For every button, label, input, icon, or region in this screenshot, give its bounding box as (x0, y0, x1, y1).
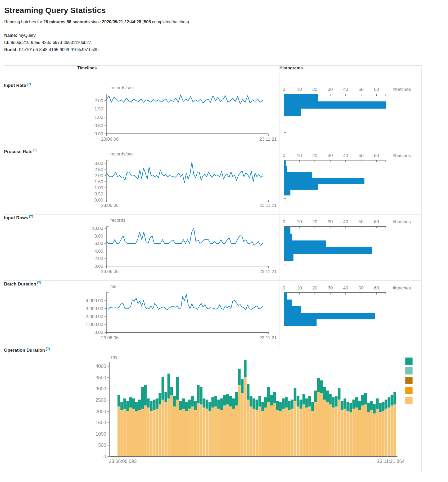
help-icon[interactable]: (?) (46, 347, 50, 351)
svg-text:40: 40 (343, 87, 348, 92)
svg-text:#batches: #batches (393, 87, 411, 92)
svg-text:40: 40 (343, 285, 348, 291)
table-header-row: Timelines Histograms (4, 66, 422, 82)
svg-text:2.00: 2.00 (94, 173, 103, 178)
process-rate-histogram-cell: 0102030405060#batches (279, 148, 422, 215)
header-empty-cell (4, 66, 77, 82)
svg-text:23:11:21: 23:11:21 (260, 335, 277, 340)
svg-text:23:11:21: 23:11:21 (260, 269, 277, 274)
stats-table: Timelines Histograms Input Rate(?) recor… (4, 65, 422, 472)
svg-text:30: 30 (328, 87, 333, 92)
query-id-label: Id: (4, 40, 10, 45)
help-icon[interactable]: (?) (33, 148, 37, 152)
svg-text:2,000.00: 2,000.00 (86, 314, 103, 319)
svg-text:23:06:06: 23:06:06 (101, 137, 119, 142)
svg-text:4000: 4000 (96, 364, 106, 369)
row-label-text: Process Rate (4, 149, 33, 154)
row-label-process-rate: Process Rate(?) (4, 148, 77, 215)
svg-text:10: 10 (297, 219, 302, 224)
query-runid-line: RunId:04e101e6-8bf8-4165-9099-9104c951ba… (4, 46, 448, 53)
process-rate-timeline-cell: records/sec0.000.501.001.502.002.503.002… (77, 148, 279, 215)
input-rate-histogram-chart: 0102030405060#batches (279, 82, 421, 148)
svg-text:1.00: 1.00 (94, 185, 103, 190)
svg-text:#batches: #batches (393, 153, 411, 158)
help-icon[interactable]: (?) (29, 215, 33, 218)
svg-text:30: 30 (328, 219, 333, 224)
legend-swatch (405, 367, 413, 374)
svg-text:40: 40 (343, 153, 348, 158)
summary-timestamp: 2020/05/21 22:44:28 (102, 20, 141, 24)
process-rate-timeline-chart: records/sec0.000.501.001.502.002.503.002… (77, 148, 279, 214)
svg-text:0.00: 0.00 (94, 198, 103, 203)
svg-text:40: 40 (343, 219, 348, 224)
table-row-batch-duration: Batch Duration(?) ms0.001,000.002,000.00… (4, 281, 422, 347)
row-label-text: Input Rate (4, 83, 26, 88)
svg-text:ms: ms (111, 354, 117, 360)
legend-swatch (405, 397, 413, 404)
row-label-text: Input Rows (4, 215, 28, 220)
query-id-line: Id:9d0dd219-995d-423e-b97d-36931110bb27 (4, 39, 448, 46)
summary-duration: 26 minutes 56 seconds (43, 20, 90, 24)
svg-text:30: 30 (328, 285, 333, 291)
legend-swatch (405, 377, 413, 384)
input-rate-histogram-cell: 0102030405060#batches (279, 82, 422, 148)
help-icon[interactable]: (?) (37, 281, 41, 284)
svg-text:3.00: 3.00 (94, 161, 103, 166)
svg-text:10: 10 (297, 153, 302, 158)
svg-text:1,000.00: 1,000.00 (86, 322, 103, 327)
svg-text:60: 60 (374, 87, 379, 92)
row-label-text: Operation Duration (4, 348, 45, 353)
svg-text:60: 60 (374, 219, 379, 224)
row-label-operation-duration: Operation Duration(?) (4, 347, 77, 472)
svg-text:2.00: 2.00 (94, 256, 103, 261)
query-name-value: myQuery (19, 33, 36, 38)
svg-text:60: 60 (374, 153, 379, 158)
svg-text:0.00: 0.00 (94, 131, 103, 136)
batch-duration-timeline-cell: ms0.001,000.002,000.003,000.004,000.0023… (77, 281, 279, 347)
svg-text:3500: 3500 (96, 375, 106, 380)
input-rows-timeline-cell: records0.002.004.006.008.0010.0023:06:06… (77, 215, 279, 281)
svg-text:20: 20 (312, 219, 317, 224)
legend-swatch (405, 387, 413, 394)
svg-text:#batches: #batches (393, 285, 411, 291)
page-title: Streaming Query Statistics (4, 6, 448, 15)
svg-text:500: 500 (98, 443, 106, 448)
row-label-batch-duration: Batch Duration(?) (4, 281, 77, 347)
operation-duration-chart-cell: ms0500100015002000250030003500400023:06:… (77, 347, 422, 472)
operation-duration-stacked-chart: ms0500100015002000250030003500400023:06:… (77, 347, 421, 472)
svg-text:23:06:06: 23:06:06 (101, 335, 119, 340)
svg-text:60: 60 (374, 285, 379, 291)
svg-text:50: 50 (359, 153, 364, 158)
help-icon[interactable]: (?) (27, 82, 31, 86)
query-name-line: Name:myQuery (4, 32, 448, 39)
svg-text:1000: 1000 (96, 431, 106, 437)
table-row-operation-duration: Operation Duration(?) ms0500100015002000… (4, 347, 422, 472)
query-meta: Name:myQuery Id:9d0dd219-995d-423e-b97d-… (4, 32, 448, 53)
svg-text:0.00: 0.00 (94, 330, 103, 335)
svg-text:1.50: 1.50 (94, 106, 103, 111)
legend-swatch (405, 358, 413, 365)
batch-duration-timeline-chart: ms0.001,000.002,000.003,000.004,000.0023… (77, 281, 279, 347)
svg-text:50: 50 (359, 219, 364, 224)
input-rows-timeline-chart: records0.002.004.006.008.0010.0023:06:06… (77, 215, 279, 280)
svg-text:8.00: 8.00 (94, 234, 103, 239)
svg-text:0: 0 (283, 219, 285, 224)
svg-text:0.50: 0.50 (94, 191, 103, 197)
svg-text:2.50: 2.50 (94, 167, 103, 172)
summary-prefix: Running batches for (4, 20, 43, 24)
table-row-input-rows: Input Rows(?) records0.002.004.006.008.0… (4, 215, 422, 281)
svg-text:2500: 2500 (96, 398, 106, 403)
svg-text:2.00: 2.00 (94, 98, 103, 103)
svg-text:records/sec: records/sec (110, 85, 134, 90)
svg-text:50: 50 (359, 285, 364, 291)
row-label-input-rate: Input Rate(?) (4, 82, 77, 148)
input-rate-timeline-chart: records/sec0.000.501.001.502.0023:06:062… (77, 82, 279, 148)
svg-text:0: 0 (103, 454, 106, 459)
table-row-process-rate: Process Rate(?) records/sec0.000.501.001… (4, 148, 422, 215)
svg-text:2000: 2000 (96, 409, 106, 414)
row-label-input-rows: Input Rows(?) (4, 215, 77, 281)
svg-text:23:11:21.864: 23:11:21.864 (377, 459, 405, 464)
svg-text:30: 30 (328, 153, 333, 158)
svg-text:20: 20 (312, 87, 317, 92)
svg-text:0.00: 0.00 (94, 264, 103, 269)
